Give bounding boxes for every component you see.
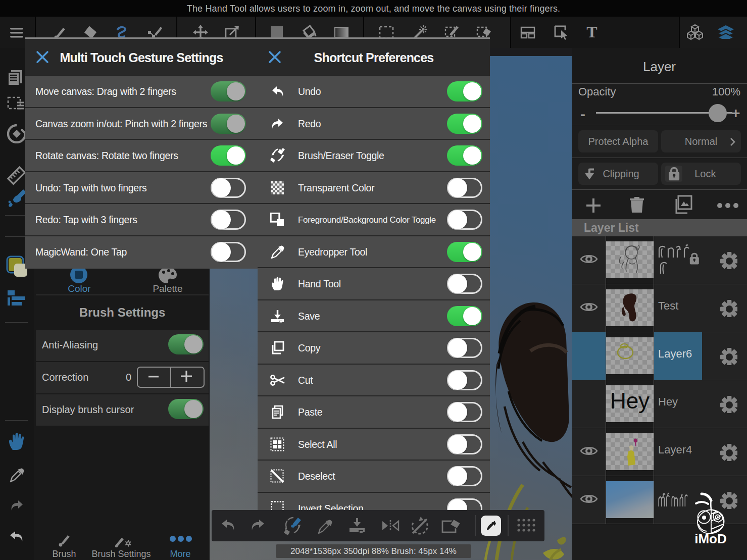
svg-text:T: T [586, 25, 597, 40]
